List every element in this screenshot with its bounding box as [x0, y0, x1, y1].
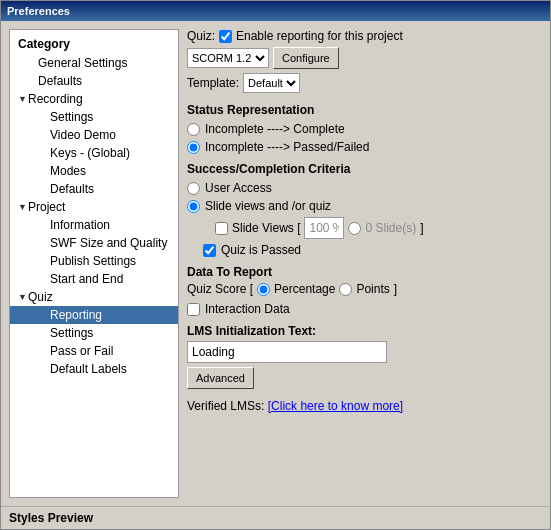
sidebar-item-modes[interactable]: Modes [10, 162, 178, 180]
slide-views-checkbox[interactable] [215, 222, 228, 235]
quiz-is-passed-row: Quiz is Passed [187, 243, 542, 257]
slide-views-row: Slide views and /or quiz [187, 199, 542, 213]
quiz-score-row: Quiz Score [ Percentage Points ] [187, 282, 542, 296]
interaction-data-label: Interaction Data [205, 302, 290, 316]
incomplete-passed-label: Incomplete ----> Passed/Failed [205, 140, 369, 154]
incomplete-complete-radio[interactable] [187, 123, 200, 136]
data-to-report-header: Data To Report [187, 265, 542, 279]
sidebar-item-settings-quiz[interactable]: Settings [10, 324, 178, 342]
template-label: Template: [187, 76, 239, 90]
percentage-label: Percentage [274, 282, 335, 296]
sidebar-group-recording-label: Recording [28, 92, 83, 106]
lms-init-header: LMS Initialization Text: [187, 324, 542, 338]
slide-views-detail-row: Slide Views [ 0 Slide(s) ] [187, 217, 542, 239]
quiz-score-label: Quiz Score [ [187, 282, 253, 296]
configure-button[interactable]: Configure [273, 47, 339, 69]
chevron-down-icon-quiz: ▼ [18, 292, 28, 302]
loading-input[interactable] [187, 341, 387, 363]
sidebar-item-reporting[interactable]: Reporting [10, 306, 178, 324]
sidebar-item-keys-global[interactable]: Keys - (Global) [10, 144, 178, 162]
sidebar-item-publish-settings[interactable]: Publish Settings [10, 252, 178, 270]
verified-lms-label: Verified LMSs: [187, 399, 264, 413]
points-radio[interactable] [339, 283, 352, 296]
chevron-down-icon: ▼ [18, 94, 28, 104]
slide-count-radio[interactable] [348, 222, 361, 235]
right-panel: Quiz: Enable reporting for this project … [187, 29, 542, 498]
sidebar-item-swf-size[interactable]: SWF Size and Quality [10, 234, 178, 252]
status-representation-header: Status Representation [187, 103, 542, 117]
loading-row [187, 341, 542, 363]
interaction-data-checkbox[interactable] [187, 303, 200, 316]
incomplete-passed-radio[interactable] [187, 141, 200, 154]
success-header: Success/Completion Criteria [187, 162, 542, 176]
chevron-down-icon-project: ▼ [18, 202, 28, 212]
sidebar-item-pass-or-fail[interactable]: Pass or Fail [10, 342, 178, 360]
incomplete-passed-row: Incomplete ----> Passed/Failed [187, 140, 542, 154]
scorm-row: SCORM 1.2 Configure [187, 47, 542, 69]
template-row: Template: Default [187, 73, 542, 93]
slide-views-label: Slide views and /or quiz [205, 199, 331, 213]
sidebar-item-start-and-end[interactable]: Start and End [10, 270, 178, 288]
slide-count-label: 0 Slide(s) [365, 221, 416, 235]
incomplete-complete-row: Incomplete ----> Complete [187, 122, 542, 136]
slide-views-bracket-label: Slide Views [ [232, 221, 300, 235]
slide-views-pct-input[interactable] [304, 217, 344, 239]
sidebar-item-default-labels[interactable]: Default Labels [10, 360, 178, 378]
sidebar-item-defaults-top[interactable]: Defaults [10, 72, 178, 90]
quiz-enable-row: Quiz: Enable reporting for this project [187, 29, 542, 43]
sidebar-item-video-demo[interactable]: Video Demo [10, 126, 178, 144]
enable-reporting-checkbox[interactable] [219, 30, 232, 43]
points-label: Points [356, 282, 389, 296]
sidebar-group-project[interactable]: ▼ Project [10, 198, 178, 216]
click-here-link[interactable]: [Click here to know more] [268, 399, 403, 413]
percentage-radio[interactable] [257, 283, 270, 296]
user-access-row: User Access [187, 181, 542, 195]
category-label: Category [10, 34, 178, 54]
bracket-close: ] [420, 221, 423, 235]
enable-reporting-label: Enable reporting for this project [236, 29, 403, 43]
quiz-label: Quiz: [187, 29, 215, 43]
title-bar: Preferences [1, 1, 550, 21]
quiz-is-passed-checkbox[interactable] [203, 244, 216, 257]
sidebar-item-information[interactable]: Information [10, 216, 178, 234]
category-tree: Category General Settings Defaults ▼ Rec… [9, 29, 179, 498]
title-text: Preferences [7, 5, 70, 17]
sidebar-group-quiz-label: Quiz [28, 290, 53, 304]
quiz-score-bracket-close: ] [394, 282, 397, 296]
sidebar-group-quiz[interactable]: ▼ Quiz [10, 288, 178, 306]
sidebar-item-settings[interactable]: Settings [10, 108, 178, 126]
advanced-row: Advanced [187, 367, 542, 389]
advanced-button[interactable]: Advanced [187, 367, 254, 389]
incomplete-complete-label: Incomplete ----> Complete [205, 122, 345, 136]
sidebar-group-recording[interactable]: ▼ Recording [10, 90, 178, 108]
sidebar-item-general-settings[interactable]: General Settings [10, 54, 178, 72]
sidebar-item-defaults-rec[interactable]: Defaults [10, 180, 178, 198]
quiz-is-passed-label: Quiz is Passed [221, 243, 301, 257]
user-access-radio[interactable] [187, 182, 200, 195]
interaction-data-row: Interaction Data [187, 302, 542, 316]
scorm-select[interactable]: SCORM 1.2 [187, 48, 269, 68]
styles-preview-bar: Styles Preview [1, 506, 550, 529]
preferences-dialog: Preferences Category General Settings De… [0, 0, 551, 530]
sidebar-group-project-label: Project [28, 200, 65, 214]
slide-views-radio[interactable] [187, 200, 200, 213]
template-select[interactable]: Default [243, 73, 300, 93]
user-access-label: User Access [205, 181, 272, 195]
styles-preview-label: Styles Preview [9, 511, 93, 525]
verified-lms-row: Verified LMSs: [Click here to know more] [187, 399, 542, 413]
